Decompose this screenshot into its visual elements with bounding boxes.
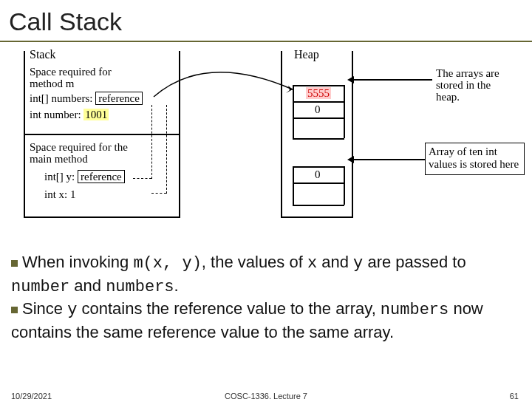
bullet-icon: [11, 260, 18, 267]
frame-m-number-val: 1001: [83, 109, 109, 120]
frame-main-y-val: reference: [78, 170, 125, 183]
bullet-icon: [11, 307, 18, 313]
memory-diagram: Stack Heap Space required for method m i…: [7, 48, 525, 236]
dash-h-1: [133, 178, 151, 179]
heap-arr1-r: [344, 85, 345, 138]
body-text: When invoking m(x, y), the values of x a…: [11, 251, 521, 344]
frame-main-x: int x: 1: [44, 188, 76, 201]
frame-m-number: int number: 1001: [30, 109, 109, 121]
heap-bottom: [281, 216, 353, 218]
frame-main-desc2: main method: [30, 153, 88, 166]
note1-l1: The arrays are: [436, 67, 499, 80]
b2p2: contains the reference value to the arra…: [77, 299, 381, 318]
frame-main-y-label: int[] y:: [44, 171, 75, 183]
note1-l3: heap.: [436, 91, 460, 103]
bullet-1: When invoking m(x, y), the values of x a…: [11, 251, 521, 298]
stack-mid-sep: [24, 134, 180, 135]
b1p6: .: [174, 276, 179, 295]
b1c4: number: [11, 278, 69, 296]
b1c5: numbers: [106, 278, 174, 296]
b1c3: y: [353, 254, 363, 273]
frame-main-desc1: Space required for the: [30, 141, 128, 154]
heap-arr1-mid2: [293, 117, 344, 119]
dash-v-2: [166, 105, 167, 194]
stack-bottom: [24, 216, 180, 218]
b1p5: and: [69, 276, 106, 295]
frame-m-desc2: method m: [30, 78, 74, 90]
b1p2: , the values of: [202, 253, 307, 271]
note2-arrowhead: [347, 156, 354, 163]
heap-arr2-l: [293, 166, 294, 205]
b2c2: numbers: [381, 301, 449, 319]
frame-main-y: int[] y: reference: [44, 171, 125, 183]
heap-5555: 5555: [306, 87, 331, 99]
heap-arr2-top: [293, 166, 344, 168]
heap-zero-a: 0: [315, 103, 321, 116]
note2-box: Array of ten int values is stored here: [425, 143, 525, 175]
note2-l2: values is stored here: [429, 158, 521, 171]
b1p3: and: [317, 253, 353, 271]
frame-m-desc1: Space required for: [30, 66, 112, 78]
note1-l2: stored in the: [436, 79, 491, 92]
heap-arr2-bot: [293, 205, 344, 206]
heap-arr2-r: [344, 166, 345, 205]
title-bar: Call Stack: [0, 0, 532, 42]
frame-m-numbers-label: int[] numbers:: [30, 92, 92, 104]
dash-h-2: [151, 193, 166, 194]
footer-mid: COSC-1336, Lecture 7: [0, 392, 532, 399]
frame-m-numbers-val: reference: [95, 92, 143, 105]
heap-zero-b: 0: [315, 168, 321, 181]
bullet-2: Since y contains the reference value to …: [11, 298, 521, 343]
b2p1: Since: [22, 299, 67, 318]
note2-l1: Array of ten int: [429, 146, 521, 158]
frame-m-number-label: int number:: [30, 109, 81, 120]
note1-arrow-line: [351, 79, 432, 81]
note1-arrowhead: [347, 76, 354, 83]
heap-arr1-bot: [293, 138, 344, 140]
footer-page: 61: [510, 392, 519, 399]
heap-arr1-mid1: [293, 101, 344, 103]
heap-top-val: 5555: [306, 87, 331, 100]
note2-arrow-line: [351, 159, 425, 160]
b1p1: When invoking: [22, 253, 133, 271]
b1c1: m(x, y): [133, 254, 201, 273]
dash-v-1: [151, 105, 152, 179]
heap-arr2-mid: [293, 183, 344, 184]
b1p4: are passed to: [363, 253, 466, 271]
curve-arrow: [146, 48, 301, 100]
b2c1: y: [67, 301, 77, 319]
b1c2: x: [307, 254, 317, 273]
slide-title: Call Stack: [9, 7, 523, 36]
stack-title: Stack: [30, 48, 56, 61]
frame-m-numbers: int[] numbers: reference: [30, 92, 143, 105]
